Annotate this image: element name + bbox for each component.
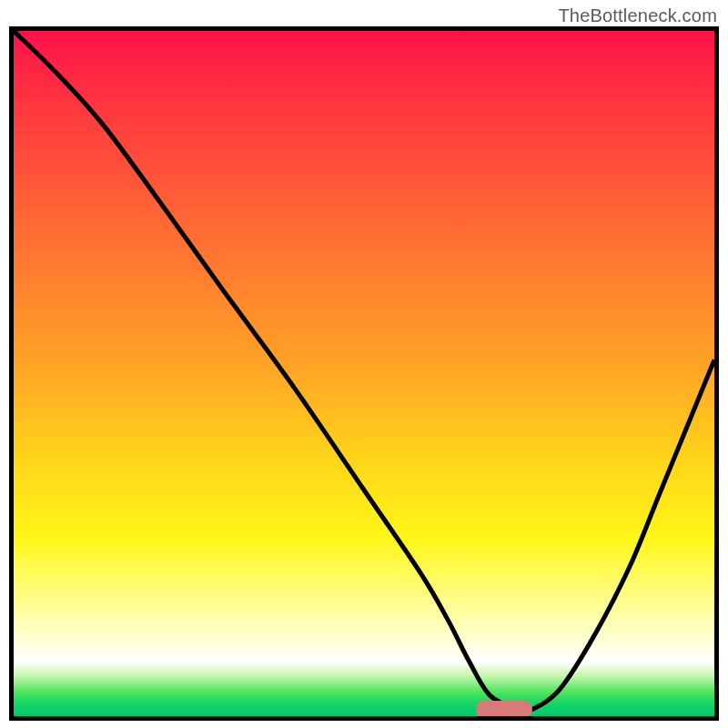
chart-frame xyxy=(9,26,719,721)
background-gradient xyxy=(14,31,714,716)
attribution-text: TheBottleneck.com xyxy=(558,5,717,26)
